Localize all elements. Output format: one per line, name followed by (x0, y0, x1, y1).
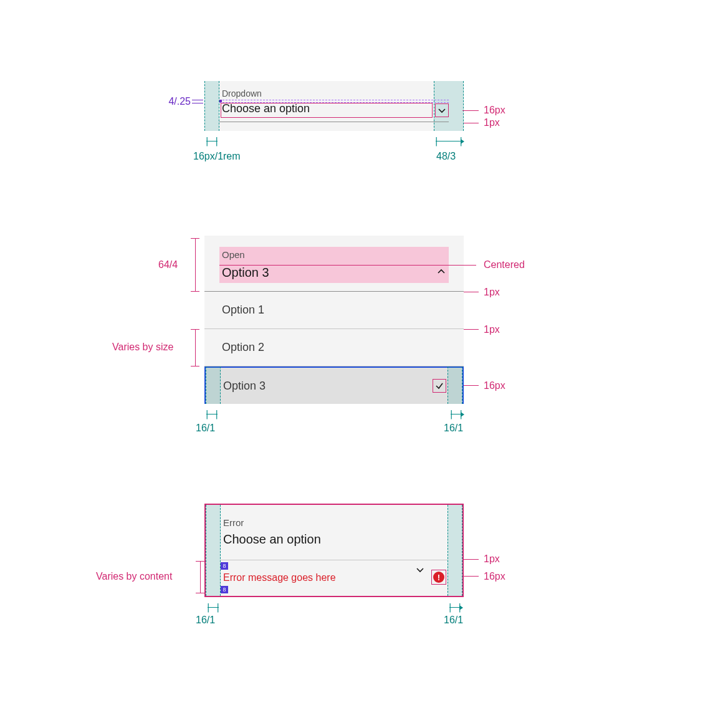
divider-measure: 1px (484, 287, 500, 298)
option-label: Option 3 (223, 380, 266, 393)
row-height-measure: Varies by size (112, 342, 173, 353)
option-label: Option 1 (222, 304, 264, 317)
field-label: Error (223, 517, 244, 528)
field-placeholder: Choose an option (223, 532, 321, 547)
dropdown-error[interactable]: Error Choose an option 8 Error message g… (204, 504, 464, 597)
padding-left-marker (206, 505, 221, 596)
centered-label: Centered (484, 259, 525, 271)
chevron-up-icon[interactable] (436, 267, 446, 279)
checkmark-icon (433, 379, 446, 393)
warning-icon: ! (431, 570, 446, 585)
dropdown-closed[interactable]: Dropdown Choose an option (204, 81, 464, 131)
padding-right-marker (448, 366, 462, 404)
padding-right-marker (448, 505, 462, 596)
row-height-measure: Varies by content (96, 571, 172, 582)
field-value: Option 3 (222, 266, 269, 280)
padding-left-marker (204, 81, 219, 131)
border-measure: 1px (484, 117, 500, 128)
divider-measure: 1px (484, 553, 500, 565)
check-size-measure: 16px (484, 380, 505, 391)
right-padding-measure: 16/1 (444, 423, 463, 434)
option-label: Option 2 (222, 341, 264, 354)
right-padding-measure: 16/1 (444, 615, 463, 626)
header-height-measure: 64/4 (158, 259, 178, 271)
left-padding-measure: 16/1 (196, 615, 215, 626)
spacing-measure: 4/.25 (141, 96, 191, 107)
option-item[interactable]: Option 1 (204, 292, 464, 329)
left-padding-measure: 16px/1rem (193, 151, 241, 162)
right-padding-measure: 48/3 (436, 151, 456, 162)
dropdown-open[interactable]: Open Option 3 Option 1 Option 2 Option 3 (204, 236, 464, 404)
chevron-down-icon[interactable] (435, 103, 449, 117)
field-underline (219, 122, 449, 122)
field-placeholder: Choose an option (222, 102, 433, 115)
field-label: Dropdown (222, 89, 262, 98)
left-padding-measure: 16/1 (196, 423, 215, 434)
options-list: Option 1 Option 2 Option 3 (204, 292, 464, 404)
padding-left-marker (206, 366, 221, 404)
option-item[interactable]: Option 2 (204, 329, 464, 366)
field-label: Open (222, 249, 245, 260)
divider (221, 560, 448, 560)
icon-size-measure: 16px (484, 105, 505, 116)
error-message: Error message goes here (223, 572, 336, 583)
row-divider-measure: 1px (484, 324, 500, 335)
spacing-token-8: 8 (221, 586, 228, 593)
spacing-guide-top (219, 100, 449, 100)
option-item-selected[interactable]: Option 3 (204, 366, 464, 404)
icon-size-measure: 16px (484, 571, 505, 582)
spacing-token-8: 8 (221, 562, 228, 570)
